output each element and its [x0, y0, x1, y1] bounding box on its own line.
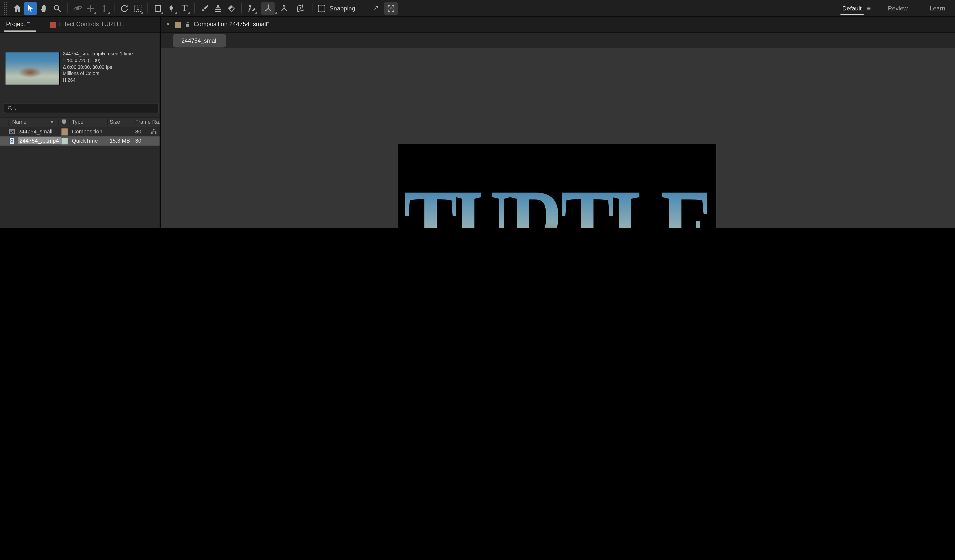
toolbar-separator	[194, 3, 195, 13]
project-panel-menu-icon[interactable]: ≡	[27, 20, 31, 27]
world-axis-icon	[279, 4, 288, 13]
item-frame-rate: 30	[135, 138, 141, 144]
footage-color-depth: Millions of Colors	[63, 71, 133, 77]
toolbar-separator	[241, 3, 242, 13]
footage-duration: Δ 0:00:30:00, 30.00 fps	[63, 64, 133, 71]
tool-hand[interactable]	[37, 2, 51, 15]
tool-camera[interactable]	[131, 2, 144, 15]
composition-color-swatch	[175, 22, 181, 28]
column-frame-rate[interactable]: Frame Ra...	[135, 119, 163, 125]
viewer-tabbar: × Composition 244754_small ≡	[161, 17, 955, 33]
workspace-default[interactable]: Default	[842, 5, 862, 12]
world-axis-mode-button[interactable]	[277, 2, 290, 15]
effect-controls-color-swatch	[50, 22, 56, 28]
item-frame-rate: 30	[135, 128, 141, 135]
project-search-input[interactable]: ∨	[4, 103, 159, 113]
sort-ascending-icon[interactable]: ▲	[50, 119, 54, 123]
toolbar-separator	[67, 3, 67, 13]
tool-roto-brush[interactable]	[245, 2, 258, 15]
composition-network-icon	[150, 128, 157, 135]
search-icon	[7, 105, 13, 111]
project-panel: Project ≡ Effect Controls TURTLE 244754_…	[0, 17, 160, 228]
snapping-checkbox[interactable]	[318, 5, 325, 12]
composition-item-icon	[8, 128, 16, 135]
label-color-swatch[interactable]	[61, 138, 68, 145]
project-table-header: Name ▲ Type Size Frame Ra...	[0, 117, 160, 127]
tool-pan-camera[interactable]	[84, 2, 97, 15]
project-tabbar: Project ≡ Effect Controls TURTLE	[0, 17, 160, 33]
column-type[interactable]: Type	[72, 119, 83, 125]
dolly-camera-icon	[100, 4, 108, 13]
item-type: QuickTime	[72, 138, 98, 144]
tool-home[interactable]	[11, 2, 24, 15]
footage-dimensions: 1280 x 720 (1.00)	[63, 58, 133, 64]
zoom-icon	[53, 4, 61, 13]
tool-clone-stamp[interactable]	[211, 2, 225, 15]
lock-open-icon[interactable]	[185, 21, 191, 28]
toolbar-grip[interactable]	[4, 2, 7, 15]
item-name[interactable]: 244754_small	[19, 128, 52, 135]
tool-zoom[interactable]	[50, 2, 64, 15]
composition-viewer-panel: × Composition 244754_small ≡ 244754_smal…	[160, 17, 955, 228]
local-axis-mode-button[interactable]	[261, 2, 275, 15]
workspace-menu-icon[interactable]: ≡	[867, 4, 871, 13]
viewer-stage[interactable]: TURTLE	[161, 48, 955, 228]
tool-selection[interactable]	[24, 2, 37, 15]
pan-camera-icon	[86, 4, 95, 13]
tab-composition[interactable]: Composition 244754_small	[194, 20, 267, 27]
tool-strip: T	[0, 0, 955, 16]
snap-bounds-icon	[387, 4, 395, 13]
label-color-swatch[interactable]	[61, 128, 68, 136]
footage-dropdown-icon[interactable]: ▾	[103, 52, 105, 56]
tab-project[interactable]: Project	[6, 20, 25, 27]
footage-usage: , used 1 time	[105, 51, 133, 57]
tool-type[interactable]: T	[178, 2, 191, 15]
pen-tool-icon	[167, 4, 175, 13]
composition-breadcrumb-button[interactable]: 244754_small	[173, 34, 226, 47]
snap-to-features-button[interactable]	[385, 2, 398, 15]
tool-dolly-camera[interactable]	[97, 2, 111, 15]
main-toolbar: T Snapping Default ≡ Review Learn	[0, 0, 955, 17]
workspace-bar: Default ≡ Review Learn	[842, 0, 955, 16]
snap-along-edges-button[interactable]	[369, 2, 382, 15]
workspace-active-underline	[841, 14, 863, 15]
selection-cursor-icon	[26, 4, 34, 13]
orbit-camera-icon	[73, 4, 82, 13]
project-row-footage[interactable]: 244754_...l.mp4 QuickTime 15.3 MB 30	[0, 136, 160, 145]
snap-arrow-icon	[371, 4, 380, 13]
tool-rotation[interactable]	[117, 2, 131, 15]
workspace-review[interactable]: Review	[888, 5, 908, 12]
column-name[interactable]: Name	[12, 119, 27, 125]
tool-brush[interactable]	[198, 2, 211, 15]
snapping-label: Snapping	[329, 5, 355, 12]
footage-info: 244754_small.mp4▾, used 1 time 1280 x 72…	[63, 51, 133, 84]
search-options-chevron-icon[interactable]: ∨	[14, 106, 17, 111]
brush-icon	[200, 4, 209, 13]
close-tab-icon[interactable]: ×	[166, 20, 170, 27]
tab-effect-controls[interactable]: Effect Controls TURTLE	[59, 20, 124, 27]
project-row-composition[interactable]: 244754_small Composition 30	[0, 127, 160, 136]
tool-rectangle[interactable]	[151, 2, 164, 15]
footage-codec: H.264	[63, 78, 133, 84]
column-size[interactable]: Size	[110, 119, 120, 125]
clone-stamp-icon	[214, 4, 222, 13]
after-effects-window: T Snapping Default ≡ Review Learn Projec…	[0, 0, 955, 228]
composition-frame[interactable]: TURTLE	[398, 144, 716, 228]
footage-thumbnail[interactable]	[5, 52, 60, 85]
label-column-tag-icon[interactable]	[61, 119, 67, 125]
tool-pen[interactable]	[164, 2, 178, 15]
home-icon	[13, 4, 22, 13]
view-axis-mode-button[interactable]	[293, 2, 306, 15]
workspace-learn[interactable]: Learn	[930, 5, 945, 12]
tool-eraser[interactable]	[225, 2, 238, 15]
toolbar-separator	[114, 3, 114, 13]
toolbar-options: Snapping	[261, 2, 398, 15]
quicktime-item-icon	[8, 137, 15, 145]
roto-brush-icon	[247, 4, 256, 13]
viewer-panel-menu-icon[interactable]: ≡	[266, 20, 269, 27]
camera-tool-icon	[133, 4, 142, 13]
turtle-title-text: TURTLE	[404, 160, 711, 228]
tool-orbit-camera[interactable]	[70, 2, 84, 15]
item-type: Composition	[72, 128, 102, 135]
item-name-selected[interactable]: 244754_...l.mp4	[18, 137, 61, 144]
